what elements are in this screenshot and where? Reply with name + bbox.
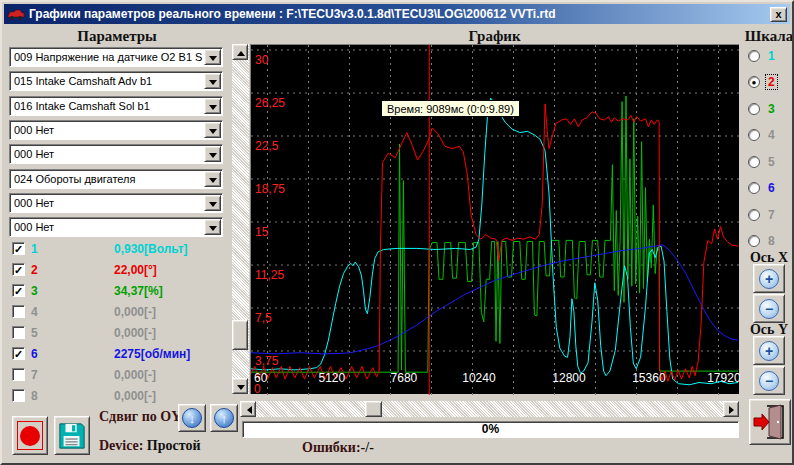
y-tick-label: 26,25 <box>255 96 285 110</box>
scale-radio-4[interactable] <box>748 129 760 141</box>
param-value: 34,37[%] <box>114 284 163 298</box>
scale-radio-6[interactable] <box>748 182 760 194</box>
progress-bar: 0% <box>242 421 739 438</box>
series-param3-camshaft-solenoid-pct <box>251 96 738 372</box>
app-window: Графики параметров реального времени : F… <box>0 0 794 465</box>
axis-y-zoom-in-button[interactable]: + <box>753 336 785 365</box>
y-tick-label: 3,75 <box>255 354 279 368</box>
param-row: ✓10,930[Вольт] <box>2 240 224 259</box>
scale-radio-row: 7 <box>748 208 794 224</box>
param-select-3[interactable]: 016 Intake Camshaft Sol b1 <box>9 96 223 116</box>
scale-header: Шкала <box>742 28 794 45</box>
title-bar: Графики параметров реального времени : F… <box>4 4 790 24</box>
param-select-1[interactable]: 009 Напряжение на датчике O2 B1 S <box>9 47 223 67</box>
dropdown-arrow-icon[interactable] <box>204 49 221 65</box>
exit-button[interactable] <box>749 399 791 445</box>
param-checkbox-7[interactable] <box>12 368 25 381</box>
scale-radio-5[interactable] <box>748 156 760 168</box>
param-value: 2275[об/мин] <box>114 347 190 361</box>
save-button[interactable] <box>54 416 90 455</box>
plus-icon: + <box>759 269 779 289</box>
y-tick-label: 30 <box>255 53 269 67</box>
cursor-tooltip: Время: 9089мс (0:0:9.89) <box>381 100 520 117</box>
y-tick-label: 11,25 <box>255 268 284 282</box>
axis-x-zoom-in-button[interactable]: + <box>753 264 785 293</box>
x-tick-label: 17920 <box>707 371 740 385</box>
param-checkbox-1[interactable]: ✓ <box>12 242 25 255</box>
param-row: 40,000[-] <box>2 303 224 322</box>
y-tick-label: 15 <box>255 225 269 239</box>
vscroll-thumb[interactable] <box>232 320 248 350</box>
scale-radio-row: ●2 <box>748 75 794 91</box>
scroll-left-icon[interactable] <box>240 401 256 417</box>
dropdown-arrow-icon[interactable] <box>204 122 221 138</box>
param-value: 0,000[-] <box>114 326 156 340</box>
param-select-7[interactable]: 000 Нет <box>9 193 223 213</box>
param-value: 22,00[°] <box>114 263 157 277</box>
param-checkbox-8[interactable] <box>12 389 25 402</box>
param-row: ✓334,37[%] <box>2 282 224 301</box>
minus-icon: − <box>759 371 779 391</box>
scroll-right-icon[interactable] <box>723 401 739 417</box>
param-row: ✓62275[об/мин] <box>2 345 224 364</box>
x-tick-label: 15360 <box>632 371 666 385</box>
scroll-down-icon[interactable] <box>232 378 248 394</box>
chart-header: График <box>250 28 739 45</box>
horizontal-scrollbar[interactable] <box>240 401 739 417</box>
param-select-8[interactable]: 000 Нет <box>9 217 223 237</box>
y-tick-label: 18,75 <box>255 182 285 196</box>
dropdown-arrow-icon[interactable] <box>204 171 221 187</box>
up-arrow-icon: ↑ <box>214 408 234 428</box>
param-checkbox-3[interactable]: ✓ <box>12 284 25 297</box>
dropdown-arrow-icon[interactable] <box>204 146 221 162</box>
param-select-2[interactable]: 015 Intake Camshaft Adv b1 <box>9 71 223 91</box>
close-button[interactable]: x <box>770 7 787 22</box>
scale-radio-row: 5 <box>748 155 794 171</box>
scale-radio-2[interactable]: ● <box>748 76 760 88</box>
window-title: Графики параметров реального времени : F… <box>29 7 556 21</box>
param-select-5[interactable]: 000 Нет <box>9 144 223 164</box>
device-value: Простой <box>147 438 201 453</box>
dropdown-arrow-icon[interactable] <box>204 195 221 211</box>
scale-radio-row: 1 <box>748 49 794 65</box>
scale-radio-row: 8 <box>748 234 794 250</box>
param-select-4[interactable]: 000 Нет <box>9 120 223 140</box>
param-select-6[interactable]: 024 Обороты двигателя <box>9 169 223 189</box>
record-button[interactable] <box>12 416 48 455</box>
y-tick-label: 7,5 <box>255 311 272 325</box>
shift-up-button[interactable]: ↑ <box>210 404 238 432</box>
y-zero-label: 0 <box>254 382 261 395</box>
param-row: ✓222,00[°] <box>2 261 224 280</box>
param-checkbox-5[interactable] <box>12 326 25 339</box>
param-checkbox-2[interactable]: ✓ <box>12 263 25 276</box>
chart-canvas: 6051207680102401280015360179203026,2522,… <box>251 45 740 395</box>
chart-plot[interactable]: 6051207680102401280015360179203026,2522,… <box>250 44 739 394</box>
app-car-icon <box>7 7 25 21</box>
scroll-up-icon[interactable] <box>232 44 248 60</box>
dropdown-arrow-icon[interactable] <box>204 98 221 114</box>
axis-y-zoom-out-button[interactable]: − <box>753 366 785 395</box>
param-value: 0,930[Вольт] <box>114 242 188 256</box>
parameters-header: Параметры <box>2 28 232 45</box>
shift-oy-label: Сдвиг по OY <box>99 409 181 425</box>
x-tick-label: 10240 <box>462 371 496 385</box>
dropdown-arrow-icon[interactable] <box>204 219 221 235</box>
param-value: 0,000[-] <box>114 389 156 403</box>
scale-radio-8[interactable] <box>748 235 760 247</box>
axis-x-zoom-out-button[interactable]: − <box>753 294 785 323</box>
device-label: Device: <box>99 438 143 453</box>
dropdown-arrow-icon[interactable] <box>204 73 221 89</box>
scale-radio-3[interactable] <box>748 103 760 115</box>
exit-door-icon <box>753 403 787 441</box>
errors-label: Ошибки: <box>302 440 361 455</box>
scale-radio-7[interactable] <box>748 209 760 221</box>
scale-radio-1[interactable] <box>748 50 760 62</box>
hscroll-thumb[interactable] <box>365 401 382 417</box>
param-checkbox-4[interactable] <box>12 305 25 318</box>
param-checkbox-6[interactable]: ✓ <box>12 347 25 360</box>
x-tick-label: 7680 <box>391 371 418 385</box>
shift-down-button[interactable]: ↓ <box>178 404 206 432</box>
vertical-scrollbar[interactable] <box>232 44 249 394</box>
x-tick-label: 5120 <box>318 371 345 385</box>
record-icon <box>17 421 43 450</box>
